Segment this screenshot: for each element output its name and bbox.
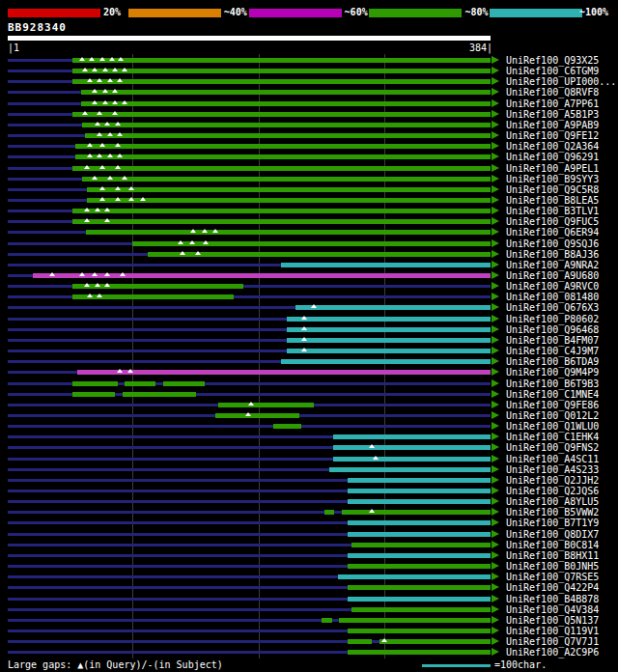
hit-id-link[interactable]: UniRef100_A7PP61 xyxy=(506,98,599,109)
hit-id-link[interactable]: UniRef100_Q7V7J1 xyxy=(506,636,599,647)
hit-id-link[interactable]: UniRef100_B4B878 xyxy=(506,594,599,604)
hit-arrow-icon xyxy=(492,175,499,182)
hit-id-link[interactable]: UniRef100_Q422P4 xyxy=(506,582,599,593)
gap-marker-icon xyxy=(117,154,123,157)
hit-id-link[interactable]: UniRef100_Q2JJH2 xyxy=(506,475,599,486)
hit-arrow-icon xyxy=(492,637,499,645)
hit-bar xyxy=(348,564,491,569)
hit-id-link[interactable]: UniRef100_Q9FE12 xyxy=(506,130,599,141)
hit-id-link[interactable]: UniRef100_Q1WLU0 xyxy=(506,421,599,432)
hit-id-link[interactable]: UniRef100_Q6ER94 xyxy=(506,227,599,238)
hit-id-link[interactable]: UniRef100_B8AJ36 xyxy=(506,249,599,260)
hit-id-link[interactable]: UniRef100_B3TLV1 xyxy=(506,206,599,216)
hit-bar xyxy=(339,618,491,623)
hit-id-link[interactable]: UniRef100_A5B1P3 xyxy=(506,109,599,120)
hit-id-link[interactable]: UniRef100_Q96468 xyxy=(506,324,599,335)
hit-id-link[interactable]: UniRef100_Q9M4P9 xyxy=(506,367,599,378)
hit-id-link[interactable]: UniRef100_C4J9M7 xyxy=(506,346,599,356)
hit-id-link[interactable]: UniRef100_Q4V384 xyxy=(506,604,599,615)
hit-bar xyxy=(72,69,491,73)
alignment-row: UniRef100_Q9FUC5 xyxy=(0,216,618,227)
alignment-row: UniRef100_A9PEL1 xyxy=(0,163,618,174)
hit-id-link[interactable]: UniRef100_B6T9B3 xyxy=(506,378,599,389)
hit-id-link[interactable]: UniRef100_C6TGM9 xyxy=(506,66,599,76)
hit-id-link[interactable]: UniRef100_Q93X25 xyxy=(506,55,599,66)
hit-id-link[interactable]: UniRef100_Q96291 xyxy=(506,152,599,162)
hit-id-link[interactable]: UniRef100_Q5N137 xyxy=(506,615,599,626)
hit-id-link[interactable]: UniRef100_Q676X3 xyxy=(506,302,599,313)
hit-id-link[interactable]: UniRef100_C1EHK4 xyxy=(506,432,599,442)
hit-id-link[interactable]: UniRef100_A8YLU5 xyxy=(506,496,599,507)
hit-id-link[interactable]: UniRef100_B6TDA9 xyxy=(506,356,599,367)
hit-id-link[interactable]: UniRef100_Q7RSE5 xyxy=(506,572,599,582)
hit-id-link[interactable]: UniRef100_P80602 xyxy=(506,314,599,324)
hit-bar xyxy=(72,112,491,117)
hit-arrow-icon xyxy=(492,648,499,656)
hit-bar xyxy=(77,370,491,375)
alignment-row: UniRef100_Q8DIX7 xyxy=(0,529,618,540)
hit-id-link[interactable]: UniRef100_Q8RVF8 xyxy=(506,87,599,98)
hit-bar xyxy=(348,478,491,483)
hit-id-link[interactable]: UniRef100_B7T1Y9 xyxy=(506,518,599,528)
alignment-row: UniRef100_B0C814 xyxy=(0,540,618,550)
query-bar xyxy=(8,36,491,41)
hit-id-link[interactable]: UniRef100_Q9FUC5 xyxy=(506,216,599,227)
gap-marker-icon xyxy=(115,143,121,147)
hit-id-link[interactable]: UniRef100_Q2A364 xyxy=(506,141,599,152)
hit-bar xyxy=(72,166,491,171)
hit-id-link[interactable]: UniRef100_A4S233 xyxy=(506,464,599,475)
hit-arrow-icon xyxy=(492,487,499,494)
alignment-row: UniRef100_B9SYY3 xyxy=(0,174,618,184)
hit-id-link[interactable]: UniRef100_B8LEA5 xyxy=(506,195,599,206)
hit-id-link[interactable]: UniRef100_Q2JQS6 xyxy=(506,486,599,496)
hit-id-link[interactable]: UniRef100_B5VWW2 xyxy=(506,507,599,518)
hit-bar xyxy=(281,359,491,364)
hit-bar xyxy=(33,273,491,278)
alignment-row: UniRef100_UPI000... xyxy=(0,76,618,87)
hit-id-link[interactable]: UniRef100_A4SC11 xyxy=(506,454,599,464)
hit-id-link[interactable]: UniRef100_A9PAB9 xyxy=(506,120,599,130)
hit-bar xyxy=(348,532,491,537)
gap-marker-icon xyxy=(99,165,105,169)
gap-marker-icon xyxy=(97,154,102,157)
hit-arrow-icon xyxy=(492,465,499,473)
hit-id-link[interactable]: UniRef100_A9PEL1 xyxy=(506,163,599,174)
hit-arrow-icon xyxy=(492,121,499,128)
hit-id-link[interactable]: UniRef100_Q8DIX7 xyxy=(506,529,599,540)
gap-marker-icon xyxy=(122,68,127,71)
hit-id-link[interactable]: UniRef100_A2C9P6 xyxy=(506,647,599,658)
hit-bar xyxy=(132,241,491,246)
hit-id-link[interactable]: UniRef100_Q9SQJ6 xyxy=(506,238,599,249)
hit-id-link[interactable]: UniRef100_B0C814 xyxy=(506,540,599,550)
gap-marker-icon xyxy=(97,294,102,297)
hit-id-link[interactable]: UniRef100_Q9FE86 xyxy=(506,400,599,410)
hit-id-link[interactable]: UniRef100_C1MNE4 xyxy=(506,389,599,400)
scale-end-label: 384| xyxy=(425,42,492,53)
hit-id-link[interactable]: UniRef100_Q012L2 xyxy=(506,410,599,421)
hit-id-link[interactable]: UniRef100_B0JNH5 xyxy=(506,561,599,572)
hit-arrow-icon xyxy=(492,315,499,322)
hit-id-link[interactable]: UniRef100_A9U680 xyxy=(506,270,599,281)
gap-marker-icon xyxy=(104,272,110,276)
hit-arrow-icon xyxy=(492,336,499,344)
hit-id-link[interactable]: UniRef100_A9NRA2 xyxy=(506,260,599,270)
hit-id-link[interactable]: UniRef100_A9RVC0 xyxy=(506,281,599,292)
hit-id-link[interactable]: UniRef100_Q119V1 xyxy=(506,626,599,636)
hit-id-link[interactable]: UniRef100_Q9FNS2 xyxy=(506,442,599,453)
gap-marker-icon xyxy=(112,68,118,71)
gap-marker-icon xyxy=(112,100,118,104)
hit-bar xyxy=(75,144,491,149)
hit-bar xyxy=(351,607,491,612)
hit-id-link[interactable]: UniRef100_081480 xyxy=(506,292,599,302)
alignment-row: UniRef100_P80602 xyxy=(0,314,618,324)
hit-bar xyxy=(87,198,491,203)
hit-id-link[interactable]: UniRef100_B8HX11 xyxy=(506,550,599,561)
gap-marker-icon xyxy=(97,132,102,136)
hit-id-link[interactable]: UniRef100_B9SYY3 xyxy=(506,174,599,184)
hit-arrow-icon xyxy=(492,379,499,387)
hit-id-link[interactable]: UniRef100_Q9C5R8 xyxy=(506,184,599,195)
hit-id-link[interactable]: UniRef100_B4FM07 xyxy=(506,335,599,346)
hit-id-link[interactable]: UniRef100_UPI000... xyxy=(506,76,616,87)
gap-marker-icon xyxy=(117,132,123,136)
gap-marker-icon xyxy=(107,78,113,82)
